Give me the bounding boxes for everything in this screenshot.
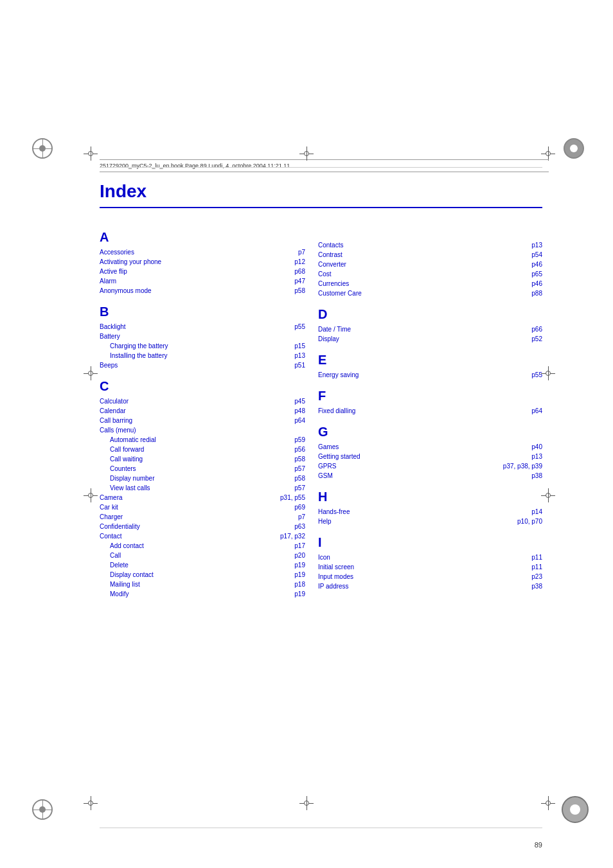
list-item: Charging the battery p15	[100, 341, 305, 351]
list-item: Date / Time p66	[318, 324, 542, 334]
entry-page: p65	[531, 269, 542, 279]
list-item: Add contact p17	[100, 541, 305, 551]
entry-name: Active flip	[100, 267, 127, 276]
entry-page: p7	[298, 247, 305, 257]
entry-page: p46	[531, 260, 542, 269]
entry-name: Currencies	[318, 279, 349, 288]
file-info-text: 251729200_myC5-2_lu_en.book Page 89 Lund…	[100, 163, 290, 169]
entry-page: p19	[294, 589, 305, 599]
list-item: View last calls p57	[100, 483, 305, 493]
crosshair-lmr	[541, 488, 555, 502]
entry-name: Display contact	[110, 570, 154, 580]
entry-name: Car kit	[100, 502, 118, 512]
list-item: Currencies p46	[318, 279, 542, 288]
entry-name: Cost	[318, 269, 332, 279]
entry-page: p59	[294, 435, 305, 445]
list-item: Input modes p23	[318, 572, 542, 581]
list-item: Charger p7	[100, 512, 305, 522]
top-rule	[100, 167, 542, 168]
entry-name: Alarm	[100, 276, 116, 286]
entry-name: Calculator	[100, 396, 129, 406]
list-item: Call waiting p58	[100, 454, 305, 464]
entry-page: p47	[294, 276, 305, 286]
entry-name: Customer Care	[318, 288, 362, 298]
entry-name: Call forward	[110, 445, 144, 454]
section-letter-a: A	[100, 230, 305, 245]
entry-page: p18	[294, 580, 305, 589]
list-item: Icon p11	[318, 553, 542, 562]
entry-page: p17, p32	[280, 531, 305, 541]
list-item: Help p10, p70	[318, 517, 542, 526]
entry-name: Modify	[110, 589, 129, 599]
crosshair-lml	[84, 488, 98, 502]
entry-page: p19	[294, 560, 305, 570]
list-item: Counters p57	[100, 464, 305, 474]
entry-page: p12	[294, 257, 305, 267]
list-item: Contrast p54	[318, 250, 542, 260]
list-item: Installing the battery p13	[100, 351, 305, 360]
list-item: Fixed dialling p64	[318, 406, 542, 416]
entry-name: Help	[318, 517, 332, 526]
entry-page: p56	[294, 445, 305, 454]
page-number: 89	[535, 841, 542, 849]
entry-page: p15	[294, 341, 305, 351]
entry-name: Activating your phone	[100, 257, 161, 267]
entry-page: p7	[298, 512, 305, 522]
entry-page: p58	[294, 286, 305, 296]
list-item: IP address p38	[318, 581, 542, 591]
entry-name: Accessories	[100, 247, 134, 257]
list-item: Backlight p55	[100, 322, 305, 332]
entry-page: p13	[531, 452, 542, 461]
list-item: Calculator p45	[100, 396, 305, 406]
section-letter-e: E	[318, 353, 542, 368]
entry-name: Battery	[100, 332, 120, 341]
list-item: Activating your phone p12	[100, 257, 305, 267]
section-letter-b: B	[100, 305, 305, 319]
list-item: Contact p17, p32	[100, 531, 305, 541]
entry-name: Charging the battery	[110, 341, 168, 351]
entry-page: p63	[294, 522, 305, 531]
entry-page: p13	[531, 240, 542, 250]
entry-page: p48	[294, 406, 305, 416]
entry-page: p57	[294, 464, 305, 474]
list-item: GSM p38	[318, 471, 542, 481]
entry-name: Add contact	[110, 541, 144, 551]
bottom-rule	[100, 828, 542, 828]
list-item: Contacts p13	[318, 240, 542, 250]
entry-name: GPRS	[318, 461, 336, 471]
entry-page: p23	[531, 572, 542, 581]
content-area: Index A Accessories p7 Activating your p…	[100, 181, 542, 817]
entry-name: Games	[318, 442, 339, 452]
crosshair-tl	[84, 146, 98, 161]
crosshair-mr	[541, 366, 555, 380]
list-item: Beeps p51	[100, 360, 305, 370]
list-item: Display number p58	[100, 474, 305, 483]
entry-name: Installing the battery	[110, 351, 168, 360]
entry-name: Contacts	[318, 240, 343, 250]
entry-page: p11	[531, 562, 542, 572]
entry-page: p54	[531, 250, 542, 260]
entry-page: p45	[294, 396, 305, 406]
entry-name: Confidentiality	[100, 522, 140, 531]
entry-name: Counters	[110, 464, 136, 474]
list-item: Display contact p19	[100, 570, 305, 580]
entry-name: Date / Time	[318, 324, 351, 334]
section-letter-h: H	[318, 490, 542, 504]
entry-page: p38	[531, 581, 542, 591]
entry-page: p17	[294, 541, 305, 551]
list-item: Calendar p48	[100, 406, 305, 416]
entry-page: p58	[294, 474, 305, 483]
entry-page: p58	[294, 454, 305, 464]
entry-name: Icon	[318, 553, 330, 562]
entry-page: p19	[294, 570, 305, 580]
entry-page: p68	[294, 267, 305, 276]
list-item: Automatic redial p59	[100, 435, 305, 445]
right-column: Contacts p13 Contrast p54 Converter p46 …	[305, 221, 542, 599]
list-item: Hands-free p14	[318, 507, 542, 517]
list-item: Accessories p7	[100, 247, 305, 257]
entry-name: GSM	[318, 471, 333, 481]
list-item: Active flip p68	[100, 267, 305, 276]
crosshair-tc	[299, 146, 314, 161]
entry-page: p64	[294, 416, 305, 425]
entry-page: p69	[294, 502, 305, 512]
